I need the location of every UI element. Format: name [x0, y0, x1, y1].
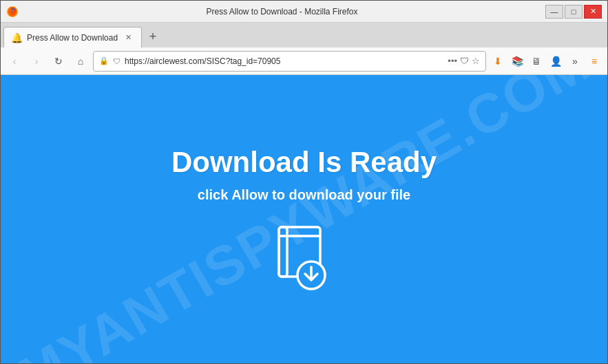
address-bar-icons: ••• 🛡 ☆ [448, 56, 480, 66]
pocket-icon[interactable]: 🛡 [460, 56, 469, 66]
navbar: ‹ › ↻ ⌂ 🔒 🛡 https://airclewest.com/SISC?… [1, 47, 607, 75]
minimize-button[interactable]: — [545, 5, 563, 19]
overflow-menu-icon[interactable]: ••• [448, 56, 457, 66]
url-display: https://airclewest.com/SISC?tag_id=70905 [125, 56, 443, 66]
page-subheading: click Allow to download your file [198, 187, 410, 203]
download-illustration [273, 224, 335, 292]
tab-close-button[interactable]: ✕ [122, 32, 134, 44]
menu-icon[interactable]: ≡ [585, 52, 603, 70]
tab-favicon: 🔔 [11, 32, 23, 43]
back-button[interactable]: ‹ [5, 52, 24, 71]
browser-tab[interactable]: 🔔 Press Allow to Download ✕ [3, 27, 142, 47]
lock-icon: 🛡 [113, 57, 120, 65]
bookmarks-toolbar-icon[interactable]: 📚 [508, 52, 526, 70]
page-content: MYANTISPYWARE.COM Download Is Ready clic… [1, 75, 607, 363]
new-tab-button[interactable]: + [143, 27, 163, 46]
home-button[interactable]: ⌂ [71, 52, 90, 71]
titlebar-title: Press Allow to Download - Mozilla Firefo… [19, 7, 545, 17]
tab-label: Press Allow to Download [27, 33, 118, 43]
download-toolbar-icon[interactable]: ⬇ [489, 52, 507, 70]
forward-button[interactable]: › [27, 52, 46, 71]
account-icon[interactable]: 👤 [547, 52, 565, 70]
address-bar[interactable]: 🔒 🛡 https://airclewest.com/SISC?tag_id=7… [93, 51, 486, 72]
titlebar-controls: — □ ✕ [545, 5, 602, 19]
page-heading: Download Is Ready [171, 146, 437, 179]
titlebar: Press Allow to Download - Mozilla Firefo… [1, 1, 607, 23]
security-icon: 🔒 [99, 56, 109, 65]
more-tools-icon[interactable]: » [566, 52, 584, 70]
toolbar-right: ⬇ 📚 🖥 👤 » ≡ [489, 52, 603, 70]
bookmark-star-icon[interactable]: ☆ [472, 56, 480, 66]
svg-rect-3 [279, 227, 287, 277]
browser-window: Press Allow to Download - Mozilla Firefo… [0, 0, 608, 364]
synced-tabs-icon[interactable]: 🖥 [527, 52, 545, 70]
firefox-logo [6, 6, 19, 18]
watermark-text: MYANTISPYWARE.COM [7, 75, 600, 363]
tabbar: 🔔 Press Allow to Download ✕ + [1, 23, 607, 47]
titlebar-left [6, 6, 19, 18]
maximize-button[interactable]: □ [565, 5, 583, 19]
reload-button[interactable]: ↻ [49, 52, 68, 71]
close-button[interactable]: ✕ [584, 5, 602, 19]
download-svg-icon [273, 224, 335, 292]
